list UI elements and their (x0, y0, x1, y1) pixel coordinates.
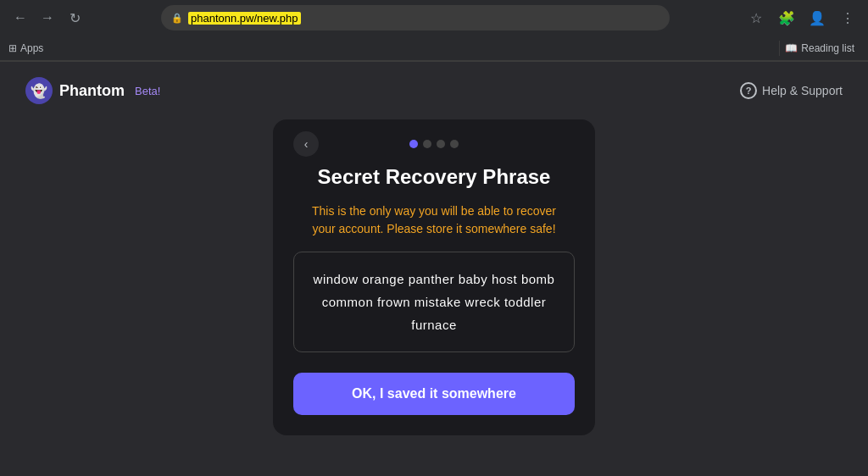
page-content: 👻 Phantom Beta! ? Help & Support ‹ Secre… (0, 62, 868, 476)
help-icon: ? (740, 82, 757, 99)
nav-buttons: ← → ↻ (8, 6, 86, 30)
apps-icon: ⊞ (8, 42, 17, 54)
reading-list-icon: 📖 (785, 42, 798, 54)
forward-button[interactable]: → (36, 6, 59, 30)
card-title: Secret Recovery Phrase (318, 165, 551, 189)
help-support-label: Help & Support (762, 84, 843, 97)
dot-3 (437, 140, 445, 148)
help-support-button[interactable]: ? Help & Support (740, 82, 843, 99)
phantom-beta-label: Beta! (135, 85, 160, 97)
phantom-name: Phantom (59, 82, 125, 100)
address-bar[interactable]: 🔒 phantonn.pw/new.php (161, 5, 670, 30)
dot-2 (423, 140, 431, 148)
browser-chrome: ← → ↻ 🔒 phantonn.pw/new.php ☆ 🧩 👤 ⋮ ⊞ Ap… (0, 0, 868, 62)
progress-dots (409, 140, 459, 148)
card-warning-text: This is the only way you will be able to… (312, 202, 556, 238)
apps-bookmark[interactable]: ⊞ Apps (8, 42, 43, 54)
ext-topbar: 👻 Phantom Beta! ? Help & Support (0, 62, 868, 119)
reading-list-label: Reading list (801, 42, 854, 54)
lock-icon: 🔒 (171, 13, 183, 24)
menu-button[interactable]: ⋮ (836, 6, 860, 30)
phantom-ghost-icon: 👻 (25, 77, 53, 104)
bookmarks-bar: ⊞ Apps 📖 Reading list (0, 36, 868, 61)
back-button[interactable]: ← (8, 6, 32, 30)
apps-label: Apps (20, 42, 43, 54)
url-text: phantonn.pw/new.php (188, 12, 301, 25)
card-navigation: ‹ (293, 140, 575, 148)
ok-saved-button[interactable]: OK, I saved it somewhere (293, 373, 575, 415)
recovery-phrase-box: window orange panther baby host bomb com… (293, 252, 575, 352)
phantom-logo: 👻 Phantom Beta! (25, 77, 160, 104)
dot-1 (409, 140, 418, 148)
toolbar-right: ☆ 🧩 👤 ⋮ (744, 6, 860, 30)
dot-4 (450, 140, 459, 148)
warning-line2: your account. Please store it somewhere … (312, 222, 555, 235)
browser-toolbar: ← → ↻ 🔒 phantonn.pw/new.php ☆ 🧩 👤 ⋮ (0, 0, 868, 36)
warning-line1: This is the only way you will be able to… (312, 204, 556, 218)
recovery-phrase-card: ‹ Secret Recovery Phrase This is the onl… (273, 119, 595, 435)
bookmark-button[interactable]: ☆ (744, 6, 768, 30)
extensions-button[interactable]: 🧩 (775, 6, 798, 30)
reload-button[interactable]: ↻ (63, 6, 86, 30)
card-back-button[interactable]: ‹ (293, 131, 319, 157)
profile-button[interactable]: 👤 (805, 6, 829, 30)
reading-list-button[interactable]: 📖 Reading list (779, 41, 860, 56)
